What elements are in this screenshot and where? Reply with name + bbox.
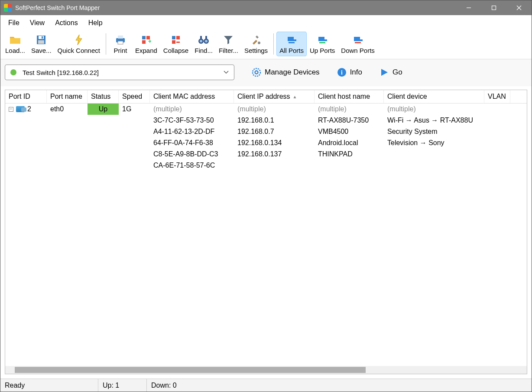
table-row[interactable]: CA-6E-71-58-57-6C [5, 160, 527, 171]
client-ip [234, 160, 315, 171]
print-button[interactable]: Print [109, 32, 132, 56]
all-ports-button[interactable]: All Ports [276, 32, 307, 56]
client-host: VMB4500 [315, 126, 384, 137]
table-row[interactable]: C8-5E-A9-8B-DD-C3192.168.0.137THINKPAD [5, 149, 527, 160]
port-id-value: 2 [27, 105, 31, 113]
client-device [384, 149, 484, 160]
info-label: Info [350, 68, 362, 77]
manage-devices-button[interactable]: Manage Devices [252, 68, 320, 77]
expand-button[interactable]: + Expand [132, 32, 160, 56]
collapse-button[interactable]: Collapse [160, 32, 191, 56]
col-vlan[interactable]: VLAN [484, 90, 510, 103]
client-device: Security System [384, 126, 484, 137]
svg-text:i: i [341, 69, 343, 76]
toolbar-separator [273, 33, 274, 55]
col-device[interactable]: Client device [384, 90, 484, 103]
col-mac[interactable]: Client MAC address [150, 90, 234, 103]
menu-view[interactable]: View [26, 18, 49, 28]
device-icon [16, 106, 25, 112]
client-device [384, 160, 484, 171]
svg-rect-5 [39, 36, 44, 39]
status-bar: Ready Up: 1 Down: 0 [0, 379, 532, 392]
manage-devices-label: Manage Devices [265, 68, 320, 77]
down-ports-label: Down Ports [341, 47, 375, 54]
client-ip: 192.168.0.134 [234, 137, 315, 149]
device-select-value: Test Switch [192.168.0.22] [23, 69, 99, 76]
expand-label: Expand [135, 47, 157, 54]
svg-point-30 [255, 71, 258, 74]
find-label: Find... [195, 47, 213, 54]
svg-rect-13 [142, 40, 146, 44]
port-speed-cell: 1G [119, 104, 150, 115]
go-label: Go [393, 68, 402, 77]
col-host[interactable]: Client host name [315, 90, 384, 103]
title-bar: SoftPerfect Switch Port Mapper [0, 0, 532, 15]
port-status-cell: Up [88, 104, 119, 115]
svg-rect-9 [118, 36, 123, 39]
window-title: SoftPerfect Switch Port Mapper [15, 4, 100, 11]
device-multiple: (multiple) [384, 104, 484, 115]
toolbar-separator [106, 33, 106, 55]
maximize-button[interactable] [481, 0, 506, 15]
table-row[interactable]: 64-FF-0A-74-F6-38192.168.0.134Android.lo… [5, 137, 527, 149]
col-status[interactable]: Status [88, 90, 119, 103]
col-speed[interactable]: Speed [119, 90, 150, 103]
col-port-id[interactable]: Port ID [5, 90, 47, 103]
svg-text:+: + [148, 38, 151, 45]
client-ip: 192.168.0.1 [234, 115, 315, 126]
info-button[interactable]: i Info [337, 68, 362, 77]
horizontal-scrollbar[interactable] [5, 366, 527, 374]
col-port-name[interactable]: Port name [47, 90, 88, 103]
lightning-icon [73, 34, 85, 46]
minimize-button[interactable] [456, 0, 481, 15]
play-icon [380, 68, 389, 77]
filter-button[interactable]: Filter... [216, 32, 241, 56]
menu-file[interactable]: File [4, 18, 24, 28]
table-row[interactable]: − 2 eth0 Up 1G (multiple) (multiple) (mu… [5, 104, 527, 115]
go-button[interactable]: Go [380, 68, 402, 77]
load-button[interactable]: Load... [2, 32, 28, 56]
printer-icon [114, 34, 127, 46]
info-icon: i [337, 68, 347, 77]
table-body: − 2 eth0 Up 1G (multiple) (multiple) (mu… [5, 104, 527, 366]
host-multiple: (multiple) [315, 104, 384, 115]
svg-rect-11 [142, 36, 146, 39]
menu-help[interactable]: Help [84, 18, 107, 28]
svg-point-24 [205, 40, 208, 42]
floppy-icon [35, 34, 47, 46]
tools-icon [250, 34, 262, 46]
collapse-icon [170, 34, 182, 46]
svg-rect-17 [172, 40, 175, 44]
status-down-count: Down: 0 [147, 379, 532, 392]
collapse-toggle-icon[interactable]: − [9, 107, 13, 112]
client-device: Wi-Fi → Asus → RT-AX88U [384, 115, 484, 126]
table-row[interactable]: 3C-7C-3F-53-73-50192.168.0.1RT-AX88U-735… [5, 115, 527, 126]
scrollbar-thumb[interactable] [15, 367, 366, 373]
table-header: Port ID Port name Status Speed Client MA… [5, 90, 527, 104]
find-button[interactable]: Find... [191, 32, 216, 56]
load-label: Load... [5, 47, 25, 54]
expand-icon: + [140, 34, 152, 46]
col-ip[interactable]: Client IP address [234, 90, 315, 103]
settings-label: Settings [244, 47, 268, 54]
device-select[interactable]: Test Switch [192.168.0.22] [5, 65, 234, 80]
folder-icon [9, 34, 21, 46]
quick-connect-button[interactable]: Quick Connect [55, 32, 103, 56]
client-host [315, 160, 384, 171]
port-blue-icon [285, 34, 298, 46]
table-row[interactable]: A4-11-62-13-2D-DF192.168.0.7VMB4500Secur… [5, 126, 527, 137]
save-button[interactable]: Save... [28, 32, 55, 56]
client-host: THINKPAD [315, 149, 384, 160]
menu-actions[interactable]: Actions [51, 18, 82, 28]
mac-multiple: (multiple) [150, 104, 234, 115]
status-up-count: Up: 1 [98, 379, 147, 392]
svg-rect-7 [38, 40, 44, 44]
down-ports-button[interactable]: Down Ports [338, 32, 378, 56]
binoculars-icon [198, 34, 210, 46]
all-ports-label: All Ports [279, 47, 304, 54]
up-ports-button[interactable]: Up Ports [307, 32, 338, 56]
close-button[interactable] [506, 0, 532, 15]
settings-button[interactable]: Settings [241, 32, 271, 56]
port-id-cell: − 2 [5, 104, 47, 115]
toolbar: Load... Save... Quick Connect Print + Ex… [0, 31, 532, 59]
